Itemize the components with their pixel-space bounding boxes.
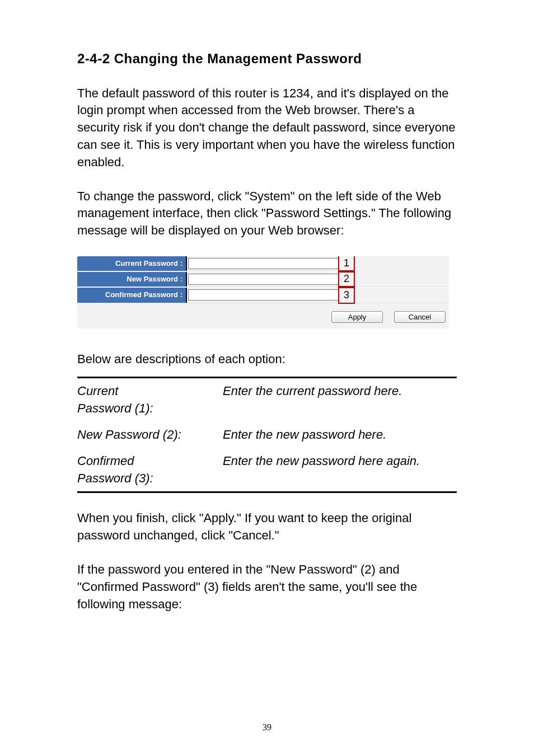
desc-value-2: Enter the new password here.	[223, 422, 457, 448]
paragraph-outro-1: When you finish, click "Apply." If you w…	[77, 510, 457, 544]
cancel-button[interactable]: Cancel	[394, 311, 446, 323]
section-heading: 2-4-2 Changing the Management Password	[77, 49, 457, 68]
desc-label-2: New Password (2):	[77, 422, 223, 448]
descriptions-table: Current Password (1): Enter the current …	[77, 378, 457, 491]
password-form-screenshot: Current Password : 1 New Password : 2 Co…	[77, 256, 449, 328]
desc-label-1: Current Password (1):	[77, 378, 223, 422]
current-password-input[interactable]	[188, 258, 339, 269]
paragraph-outro-2: If the password you entered in the "New …	[77, 561, 457, 613]
table-row: Current Password (1): Enter the current …	[77, 378, 457, 422]
new-password-input[interactable]	[188, 274, 339, 285]
desc-value-1: Enter the current password here.	[223, 378, 457, 422]
desc-value-3: Enter the new password here again.	[223, 448, 457, 492]
table-bottom-rule	[77, 491, 457, 493]
paragraph-intro-2: To change the password, click "System" o…	[77, 188, 457, 240]
apply-button[interactable]: Apply	[331, 311, 383, 323]
callout-3: 3	[338, 286, 355, 304]
descriptions-intro: Below are descriptions of each option:	[77, 351, 457, 368]
label-current-password: Current Password :	[77, 256, 187, 271]
label-confirmed-password: Confirmed Password :	[77, 288, 187, 302]
paragraph-intro-1: The default password of this router is 1…	[77, 85, 457, 171]
page-number: 39	[0, 721, 534, 734]
callout-2: 2	[338, 270, 355, 288]
table-row: Confirmed Password (3): Enter the new pa…	[77, 448, 457, 492]
confirmed-password-input[interactable]	[188, 289, 339, 300]
table-row: New Password (2): Enter the new password…	[77, 422, 457, 448]
label-new-password: New Password :	[77, 272, 187, 287]
desc-label-3: Confirmed Password (3):	[77, 448, 223, 492]
